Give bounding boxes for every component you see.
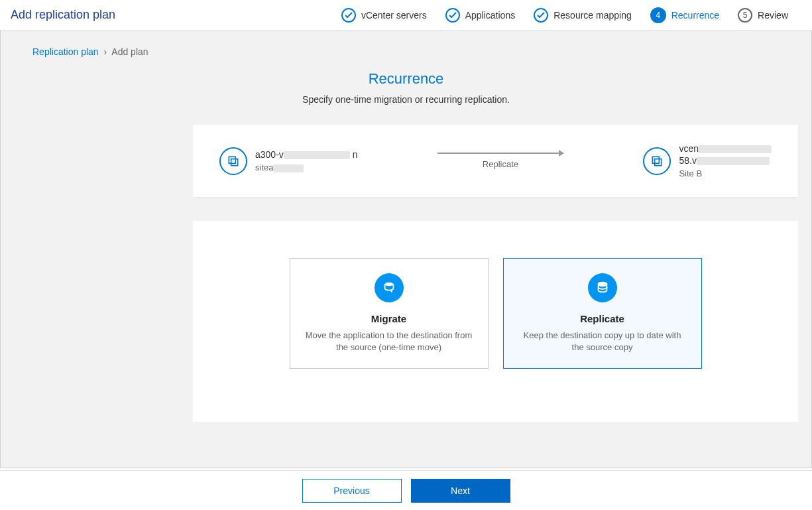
step-applications[interactable]: Applications	[445, 8, 516, 23]
check-icon	[341, 8, 356, 23]
wizard-header: Add replication plan vCenter servers App…	[0, 0, 812, 31]
chevron-right-icon: ›	[104, 46, 107, 57]
breadcrumb-root[interactable]: Replication plan	[32, 46, 99, 57]
wizard-steps: vCenter servers Applications Resource ma…	[341, 7, 801, 23]
flow-action-label: Replicate	[371, 159, 630, 169]
option-title: Replicate	[517, 313, 688, 324]
target-name-2: 58.v	[679, 155, 772, 166]
redacted-text	[699, 145, 772, 153]
redacted-text	[273, 164, 304, 172]
target-site: Site B	[679, 168, 772, 178]
svg-rect-3	[655, 159, 662, 165]
step-label: Review	[758, 10, 788, 21]
step-label: vCenter servers	[361, 10, 427, 21]
option-desc: Keep the destination copy up to date wit…	[517, 330, 688, 353]
target-name2-text: 58.v	[679, 155, 696, 166]
option-title: Migrate	[304, 313, 475, 324]
step-vcenter-servers[interactable]: vCenter servers	[341, 8, 427, 23]
redacted-text	[697, 157, 770, 165]
replicate-icon	[588, 273, 617, 302]
source-name-text: a300-v	[255, 149, 284, 160]
recurrence-options-card: Migrate Move the application to the dest…	[193, 221, 798, 422]
check-icon	[534, 8, 548, 23]
svg-rect-1	[231, 159, 238, 165]
source-endpoint: a300-v n sitea	[219, 147, 358, 175]
flow-arrow: Replicate	[371, 153, 630, 169]
section-desc: Specify one-time migration or recurring …	[14, 94, 798, 105]
page-title: Add replication plan	[11, 8, 142, 22]
source-site: sitea	[255, 162, 358, 172]
option-replicate[interactable]: Replicate Keep the destination copy up t…	[503, 258, 702, 369]
step-label: Recurrence	[671, 10, 719, 21]
target-name: vcen	[679, 143, 772, 154]
option-desc: Move the application to the destination …	[304, 330, 475, 353]
source-site-text: sitea	[255, 162, 273, 172]
breadcrumb-current: Add plan	[111, 46, 148, 57]
step-number-icon: 5	[738, 8, 752, 23]
step-label: Applications	[465, 10, 516, 21]
step-label: Resource mapping	[553, 10, 632, 21]
target-endpoint: vcen 58.v Site B	[643, 143, 772, 178]
migrate-icon	[375, 273, 404, 302]
step-recurrence[interactable]: 4 Recurrence	[650, 7, 719, 23]
target-name-text: vcen	[679, 143, 699, 154]
section-title: Recurrence	[14, 70, 798, 88]
source-name: a300-v n	[255, 149, 358, 160]
svg-rect-2	[653, 157, 660, 163]
svg-point-4	[384, 283, 393, 287]
check-icon	[445, 8, 460, 23]
replication-flow-card: a300-v n sitea Replicate	[193, 125, 798, 197]
svg-rect-0	[229, 157, 235, 163]
redacted-text	[284, 151, 350, 159]
step-resource-mapping[interactable]: Resource mapping	[534, 8, 632, 23]
arrow-right-icon	[437, 153, 563, 154]
breadcrumb: Replication plan › Add plan	[32, 46, 798, 57]
option-migrate[interactable]: Migrate Move the application to the dest…	[290, 258, 489, 369]
datacenter-icon	[219, 147, 247, 175]
step-review[interactable]: 5 Review	[738, 8, 788, 23]
datacenter-icon	[643, 147, 671, 175]
step-number-icon: 4	[650, 7, 666, 23]
svg-point-5	[598, 283, 607, 287]
wizard-body: Replication plan › Add plan Recurrence S…	[0, 31, 812, 468]
